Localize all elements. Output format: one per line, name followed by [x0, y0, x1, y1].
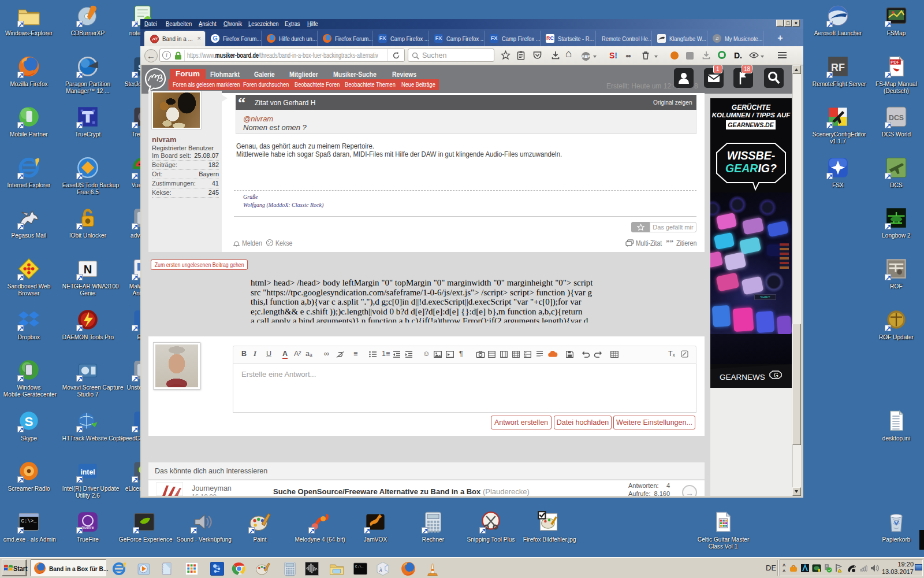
- svg-text:GEARNEWS: GEARNEWS: [720, 373, 765, 381]
- svg-text:G: G: [774, 372, 778, 379]
- svg-text:DCS: DCS: [889, 114, 904, 122]
- svg-text:truefire: truefire: [82, 525, 94, 529]
- svg-text:PDF: PDF: [891, 60, 900, 65]
- svg-text:RF: RF: [831, 62, 845, 73]
- svg-text:C:\_: C:\_: [355, 565, 364, 569]
- svg-text:λ: λ: [379, 566, 382, 573]
- svg-text:S: S: [25, 414, 33, 429]
- svg-text:C:\>_: C:\>_: [21, 518, 37, 524]
- svg-text:N: N: [84, 263, 92, 276]
- svg-text:intel: intel: [80, 468, 95, 476]
